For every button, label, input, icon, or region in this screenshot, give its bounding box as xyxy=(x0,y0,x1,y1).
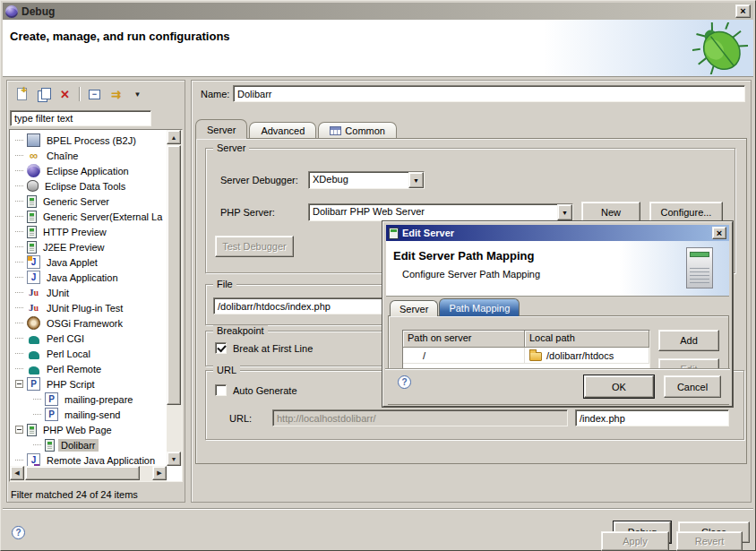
expander-icon[interactable] xyxy=(15,277,23,278)
php-server-select[interactable]: Dolibarr PHP Web Server ▼ xyxy=(308,203,573,221)
expander-icon[interactable] xyxy=(15,231,23,232)
tree-item[interactable]: mailing-prepare xyxy=(10,392,167,407)
configure-server-button[interactable]: Configure... xyxy=(649,202,723,222)
vertical-scroll-thumb[interactable] xyxy=(167,145,181,405)
expander-icon[interactable] xyxy=(15,201,23,202)
filter-input[interactable]: type filter text xyxy=(10,110,151,126)
column-path-on-server[interactable]: Path on server xyxy=(403,331,525,348)
tree-item-label: Remote Java Application xyxy=(44,454,158,467)
auto-generate-checkbox[interactable] xyxy=(215,384,227,396)
filter-menu-caret-icon[interactable]: ▼ xyxy=(130,87,145,101)
expander-icon[interactable] xyxy=(15,426,23,434)
scroll-up-icon[interactable]: ▲ xyxy=(167,130,181,144)
tree-item[interactable]: J2EE Preview xyxy=(10,239,167,254)
test-debugger-button[interactable]: Test Debugger xyxy=(215,236,294,257)
tree-vertical-scrollbar[interactable]: ▲ ▼ xyxy=(167,130,182,466)
apply-button[interactable]: Apply xyxy=(601,531,669,551)
tab-server-settings[interactable]: Server xyxy=(390,300,438,316)
expander-icon[interactable] xyxy=(33,444,41,445)
cancel-button[interactable]: Cancel xyxy=(664,375,721,398)
expander-icon[interactable] xyxy=(15,338,23,339)
tree-item-label: Perl CGI xyxy=(44,332,87,345)
window-close-button[interactable]: × xyxy=(735,4,751,18)
expander-icon[interactable] xyxy=(15,155,23,156)
tab-server[interactable]: Server xyxy=(195,119,247,139)
tree-item[interactable]: Perl Remote xyxy=(10,361,167,376)
expander-icon[interactable] xyxy=(15,170,23,171)
expander-icon[interactable] xyxy=(15,185,23,186)
expander-icon[interactable] xyxy=(15,140,23,141)
add-mapping-button[interactable]: Add xyxy=(658,330,719,351)
tree-item[interactable]: JUnit xyxy=(10,285,167,300)
tree-horizontal-scrollbar[interactable]: ◀ ▶ xyxy=(10,466,167,481)
tree-item[interactable]: PHP Web Page xyxy=(10,422,167,437)
expander-icon[interactable] xyxy=(33,399,41,400)
expander-icon[interactable] xyxy=(15,323,23,323)
name-input[interactable]: Dolibarr xyxy=(233,85,745,102)
window-titlebar[interactable]: Debug × xyxy=(3,3,753,20)
collapse-all-icon[interactable]: − xyxy=(87,87,102,101)
dropdown-arrow-icon[interactable]: ▼ xyxy=(408,172,424,188)
expander-icon[interactable] xyxy=(15,368,23,369)
scroll-right-icon[interactable]: ▶ xyxy=(152,466,167,480)
tree-item[interactable]: Remote Java Application xyxy=(10,452,167,466)
tree-item-label: J2EE Preview xyxy=(40,241,107,254)
filter-configurations-icon[interactable]: ⇉ xyxy=(108,87,124,101)
column-local-path[interactable]: Local path xyxy=(525,331,649,348)
expander-icon[interactable] xyxy=(15,353,23,354)
scroll-left-icon[interactable]: ◀ xyxy=(10,466,24,480)
tree-item[interactable]: Java Application xyxy=(10,270,167,285)
url-path-input[interactable]: /index.php xyxy=(575,409,729,426)
toolbar-separator xyxy=(79,87,81,101)
edit-server-dialog: Edit Server × Edit Server Path Mapping C… xyxy=(382,221,733,407)
dialog-help-icon[interactable]: ? xyxy=(398,375,411,389)
tree-item[interactable]: Dolibarr xyxy=(10,437,167,452)
expander-icon[interactable] xyxy=(15,307,23,308)
expander-icon[interactable] xyxy=(15,380,23,388)
tab-common[interactable]: Common xyxy=(318,122,397,139)
server-debugger-select[interactable]: XDebug ▼ xyxy=(308,171,425,189)
tree-item[interactable]: PHP Script xyxy=(10,376,167,392)
break-first-line-checkbox[interactable] xyxy=(215,342,227,354)
new-configuration-icon[interactable]: + xyxy=(14,87,30,101)
expander-icon[interactable] xyxy=(15,460,23,461)
help-icon[interactable]: ? xyxy=(12,526,25,539)
duplicate-configuration-icon[interactable] xyxy=(36,87,51,101)
expander-icon[interactable] xyxy=(15,262,23,263)
tree-item-label: Generic Server(External La xyxy=(40,211,165,223)
tree-item-label: mailing-prepare xyxy=(62,393,135,406)
tree-item[interactable]: Eclipse Data Tools xyxy=(10,178,167,194)
revert-button[interactable]: Revert xyxy=(676,531,743,551)
window-title: Debug xyxy=(21,5,55,18)
expander-icon[interactable] xyxy=(33,414,41,415)
tree-item-label: HTTP Preview xyxy=(40,226,109,238)
tree-item[interactable]: Generic Server xyxy=(10,194,167,209)
mapping-table-row[interactable]: / /dolibarr/htdocs xyxy=(403,348,649,364)
expander-icon[interactable] xyxy=(15,216,23,217)
tree-item[interactable]: Chaîne xyxy=(10,148,167,163)
tree-item[interactable]: BPEL Process (B2J) xyxy=(10,133,167,148)
tab-path-mapping[interactable]: Path Mapping xyxy=(439,298,520,316)
delete-configuration-icon[interactable]: ✕ xyxy=(57,87,73,101)
tree-item[interactable]: OSGi Framework xyxy=(10,315,167,331)
tab-advanced[interactable]: Advanced xyxy=(249,122,316,139)
edit-server-close-button[interactable]: × xyxy=(712,227,726,239)
tree-item[interactable]: Java Applet xyxy=(10,254,167,270)
new-server-button[interactable]: New xyxy=(581,202,640,222)
tree-item[interactable]: mailing-send xyxy=(10,407,167,422)
tree-item[interactable]: Perl CGI xyxy=(10,331,167,346)
edit-server-titlebar[interactable]: Edit Server × xyxy=(386,225,729,241)
tree-item[interactable]: Generic Server(External La xyxy=(10,209,167,224)
tree-item[interactable]: Eclipse Application xyxy=(10,163,167,178)
dropdown-arrow-icon[interactable]: ▼ xyxy=(557,204,572,220)
ok-button[interactable]: OK xyxy=(584,375,654,398)
scroll-down-icon[interactable]: ▼ xyxy=(167,452,181,466)
horizontal-scroll-thumb[interactable] xyxy=(25,466,140,480)
tree-item[interactable]: HTTP Preview xyxy=(10,224,167,239)
path-mapping-table[interactable]: Path on server Local path / /dolibarr/ht… xyxy=(402,330,650,371)
tree-item[interactable]: Perl Local xyxy=(10,346,167,361)
tree-item[interactable]: JUnit Plug-in Test xyxy=(10,300,167,315)
expander-icon[interactable] xyxy=(15,246,23,247)
expander-icon[interactable] xyxy=(15,292,23,293)
url-base-input[interactable]: http://localhostdolibarr/ xyxy=(272,409,568,426)
